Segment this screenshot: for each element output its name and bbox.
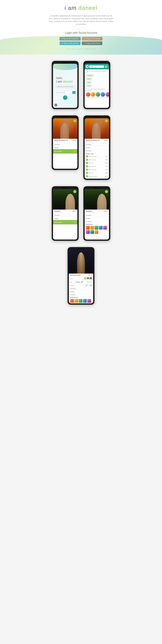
share-button[interactable]: ⤴ bbox=[73, 150, 76, 153]
related-song-name-6: Taki o taki bbox=[89, 172, 93, 174]
artist-button[interactable]: Artist bbox=[86, 81, 92, 84]
quantity-row: Quantity − 1 + bbox=[69, 284, 93, 287]
desc-accordion-5[interactable]: Description + bbox=[53, 214, 77, 217]
promotions-icon-6: + bbox=[107, 221, 108, 222]
film-thumb-8[interactable] bbox=[95, 230, 98, 234]
song-price: $10.00 bbox=[73, 140, 76, 141]
product-title: Basketweave blazer bbox=[70, 274, 80, 276]
size-chart-link[interactable]: Size Chart bbox=[87, 282, 92, 282]
film-thumb-1[interactable] bbox=[86, 226, 90, 230]
retailers-accordion-2[interactable]: Retailers + bbox=[85, 146, 109, 149]
retailers-accordion-7[interactable]: Retailers + bbox=[69, 290, 93, 293]
artist-thumb-1[interactable]: Amitabh bbox=[86, 92, 90, 98]
related-song-price-1: $1.25 bbox=[105, 156, 108, 157]
article-thumb-3[interactable] bbox=[79, 299, 83, 303]
retailers-accordion-6[interactable]: Retailers + bbox=[85, 217, 109, 220]
album-price: $44.99 bbox=[73, 210, 76, 212]
category-button[interactable]: Category bbox=[86, 74, 94, 77]
related-song-2[interactable]: ▶ Agar tum mil jao $1.25 bbox=[86, 158, 108, 162]
article-thumb-1[interactable] bbox=[70, 299, 74, 303]
promotions-accordion-6[interactable]: Promotions + bbox=[85, 220, 109, 223]
swatch-blue[interactable] bbox=[87, 277, 89, 279]
related-song-left-7: ▶ Kaanzi mein nazna bbox=[86, 175, 97, 178]
film-thumb-7[interactable] bbox=[90, 230, 94, 234]
quantity-decrease-button[interactable]: − bbox=[86, 284, 88, 286]
more-button[interactable]: More bbox=[86, 84, 92, 87]
artist-thumb-5[interactable]: Salman bbox=[106, 92, 109, 98]
size-select[interactable]: Medium Small Large XL bbox=[75, 281, 84, 283]
more-results-text: You can view more of results by saying: bbox=[85, 88, 109, 90]
album-details-screen: ▶ Shambhala $44.99 Amitabh Bachchan Desc… bbox=[85, 189, 109, 240]
mic-button[interactable]: 🎤 bbox=[63, 96, 67, 100]
quantity-increase-button[interactable]: + bbox=[90, 284, 92, 286]
desc-icon-5: + bbox=[75, 214, 76, 216]
related-song-left-1: ▶ Naina mein sapna bbox=[86, 155, 96, 158]
brand-name: daneel bbox=[63, 80, 72, 83]
song-info-2: SILSILA YE CHAAHAT KA $10.00 Shreya Ghos… bbox=[85, 139, 109, 143]
artist-thumb-2[interactable]: Amitabh bbox=[91, 92, 95, 98]
film-thumb-5[interactable] bbox=[103, 226, 107, 230]
related-songs-list: Related songs ▶ Naina mein sapna $1.25 ▶ bbox=[85, 152, 109, 179]
related-song-price-5: $1.25 bbox=[105, 169, 108, 170]
phone-7-screen: Basketweave blazer $89.00 Color bbox=[69, 250, 93, 304]
promotions-accordion-7[interactable]: Promotions + bbox=[69, 293, 93, 296]
film-thumb-6[interactable] bbox=[86, 230, 90, 234]
swatch-red[interactable] bbox=[90, 277, 92, 279]
desc-label-7: Description bbox=[70, 288, 76, 289]
mood-button[interactable]: Mood bbox=[86, 78, 92, 80]
article-thumb-2[interactable] bbox=[74, 299, 78, 303]
phone-4-song-details: ▶ SILSILA YE CHAAHAT KA $10.00 Shreya Gh… bbox=[83, 116, 110, 180]
description-expand-icon: + bbox=[75, 144, 76, 145]
desc-accordion-2[interactable]: Description + bbox=[85, 143, 109, 146]
related-song-1[interactable]: ▶ Naina mein sapna $1.25 bbox=[86, 155, 108, 158]
artist-thumb-4[interactable]: Aishwarya bbox=[101, 92, 105, 98]
song-hero-image: ▶ bbox=[53, 118, 77, 139]
retailers-accordion-5[interactable]: Retailers + bbox=[53, 217, 77, 220]
search-icon[interactable]: ▶ bbox=[105, 65, 108, 68]
related-song-7[interactable]: ▶ Kaanzi mein nazna $1.25 bbox=[86, 175, 108, 178]
retailers-accordion[interactable]: Retailers + bbox=[53, 146, 77, 149]
film-thumb-4[interactable] bbox=[99, 226, 103, 230]
phone-row-4: Basketweave blazer $89.00 Color bbox=[67, 247, 95, 305]
voice-input-field[interactable] bbox=[55, 91, 72, 94]
related-song-left-5: ▶ Khalo tumko idear bbox=[86, 168, 96, 171]
add-to-cart-bar[interactable]: ADD TO CART 🛒 ⤴ bbox=[53, 149, 77, 154]
desc-label-6: Description bbox=[86, 215, 92, 216]
search-avatar: 👤 bbox=[86, 65, 89, 68]
related-song-5[interactable]: ▶ Khalo tumko idear $1.25 bbox=[86, 168, 108, 172]
song-play-icon-5: ▶ bbox=[86, 168, 88, 171]
color-row: Color bbox=[69, 276, 93, 280]
see-results-link[interactable]: see results bbox=[85, 90, 109, 91]
logo: i am daneel bbox=[0, 5, 162, 11]
retailers-label-5: Retailers bbox=[54, 218, 59, 219]
add-to-cart-label: ADD TO CART bbox=[54, 151, 62, 152]
related-song-4[interactable]: ▶ Jaane ja jaane ja $1.25 bbox=[86, 165, 108, 168]
related-song-left-6: ▶ Taki o taki bbox=[86, 172, 93, 174]
album-hero-image-2: ▶ bbox=[85, 189, 109, 210]
song-title-row-2: SILSILA YE CHAAHAT KA $10.00 bbox=[86, 140, 108, 141]
film-thumb-3[interactable] bbox=[95, 226, 98, 230]
search-input-display[interactable]: Song bbox=[89, 66, 104, 68]
song-play-icon-1: ▶ bbox=[86, 155, 88, 158]
description-accordion[interactable]: Description + bbox=[53, 143, 77, 146]
phone-notch bbox=[94, 62, 100, 63]
related-song-name-1: Naina mein sapna bbox=[89, 156, 96, 157]
article-thumb-4[interactable] bbox=[83, 299, 87, 303]
what-can-button[interactable]: What can I do for you today? bbox=[55, 85, 75, 88]
desc-accordion-6[interactable]: Description + bbox=[85, 214, 109, 217]
add-to-cart-bar-5[interactable]: ADD TO CART 🛒 ⤴ bbox=[53, 220, 77, 224]
song-artist-2: Shreya Ghoshal bbox=[86, 141, 108, 142]
promotions-accordion-2[interactable]: Promotions + bbox=[85, 149, 109, 152]
film-thumb-2[interactable] bbox=[90, 226, 94, 230]
share-button-5[interactable]: ⤴ bbox=[73, 221, 76, 224]
swatch-yellow[interactable] bbox=[84, 277, 86, 279]
song-title-2: SILSILA YE CHAAHAT KA bbox=[86, 140, 100, 141]
ok-button[interactable]: ok bbox=[72, 91, 75, 94]
related-song-left-4: ▶ Jaane ja jaane ja bbox=[86, 165, 96, 168]
related-song-6[interactable]: ▶ Taki o taki $1.05 bbox=[86, 172, 108, 175]
promotions-label-7: Promotions bbox=[70, 294, 76, 295]
artist-thumb-3[interactable]: Shahrukh bbox=[96, 92, 100, 98]
desc-accordion-7[interactable]: Description + bbox=[69, 287, 93, 290]
related-song-3[interactable]: ▶ Tum o tum $1.25 bbox=[86, 162, 108, 165]
article-thumb-5[interactable] bbox=[87, 299, 91, 303]
